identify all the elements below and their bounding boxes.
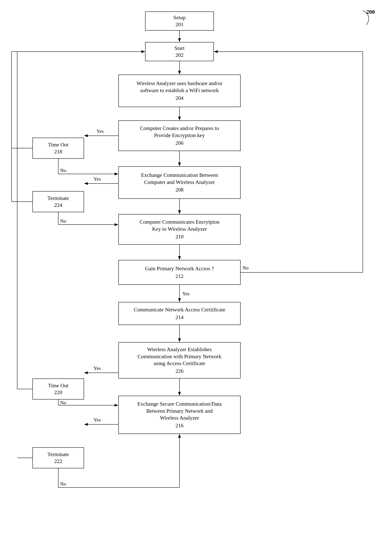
ref-number-200: 200 (366, 9, 375, 15)
timeout220-box: Time Out 220 (33, 378, 84, 400)
step226-number: 226 (175, 368, 183, 374)
terminate224-label: Terminate (47, 195, 69, 202)
step216-box: Exchange Secure Communication/DataBetwee… (118, 396, 241, 434)
svg-text:Yes: Yes (93, 176, 101, 182)
svg-text:No: No (60, 168, 66, 173)
step204-box: Wireless Analyzer uses hardware and/orso… (118, 75, 241, 107)
svg-text:No: No (60, 400, 66, 405)
terminate222-box: Terminate 222 (33, 447, 84, 468)
svg-text:No: No (60, 481, 66, 487)
step208-box: Exchange Communication BetweenComputer a… (118, 166, 241, 199)
step204-number: 204 (175, 95, 183, 101)
timeout220-label: Time Out (48, 382, 68, 389)
setup-label: Setup (173, 14, 186, 21)
step226-box: Wireless Analyzer EstablishesCommunicati… (118, 342, 241, 378)
svg-text:No: No (243, 265, 249, 271)
terminate222-number: 222 (54, 458, 62, 465)
step226-label: Wireless Analyzer EstablishesCommunicati… (137, 346, 221, 367)
svg-text:Yes: Yes (93, 365, 101, 371)
step212-box: Gain Primary Network Access ? 212 (118, 260, 241, 285)
step214-box: Communicate Network Access Certiificate … (118, 302, 241, 325)
terminate222-label: Terminate (47, 451, 69, 458)
step212-number: 212 (175, 273, 183, 280)
timeout218-box: Time Out 218 (33, 138, 84, 159)
timeout220-number: 220 (54, 389, 62, 396)
start-box: Start 202 (145, 42, 214, 61)
step216-label: Exchange Secure Communication/DataBetwee… (137, 401, 222, 421)
step206-number: 206 (175, 139, 183, 146)
svg-text:Yes: Yes (182, 291, 190, 297)
start-number: 202 (175, 52, 183, 58)
flowchart-diagram: 200 Setup 201 Start 202 Wireless Analyze… (0, 0, 392, 536)
step210-label: Computer Communicates EncrytpionKey to W… (140, 219, 219, 232)
timeout218-label: Time Out (48, 141, 68, 148)
step206-label: Computer Creates and/or Prepares toProvi… (140, 125, 219, 139)
yes1-label: Yes (96, 129, 104, 134)
terminate224-box: Terminate 224 (33, 191, 84, 212)
step210-number: 210 (175, 233, 183, 240)
terminate224-number: 224 (54, 202, 62, 209)
step216-number: 216 (175, 422, 183, 429)
svg-text:No: No (60, 218, 66, 224)
step210-box: Computer Communicates EncrytpionKey to W… (118, 214, 241, 245)
step204-label: Wireless Analyzer uses hardware and/orso… (136, 80, 222, 94)
setup-number: 201 (175, 21, 183, 28)
step214-label: Communicate Network Access Certiificate (134, 306, 225, 313)
svg-text:Yes: Yes (93, 417, 101, 423)
start-label: Start (174, 45, 185, 52)
step208-number: 208 (175, 186, 183, 193)
setup-box: Setup 201 (145, 11, 214, 31)
step208-label: Exchange Communication BetweenComputer a… (141, 172, 218, 186)
step214-number: 214 (175, 314, 183, 321)
timeout218-number: 218 (54, 148, 62, 155)
step212-label: Gain Primary Network Access ? (145, 265, 214, 272)
step206-box: Computer Creates and/or Prepares toProvi… (118, 120, 241, 151)
